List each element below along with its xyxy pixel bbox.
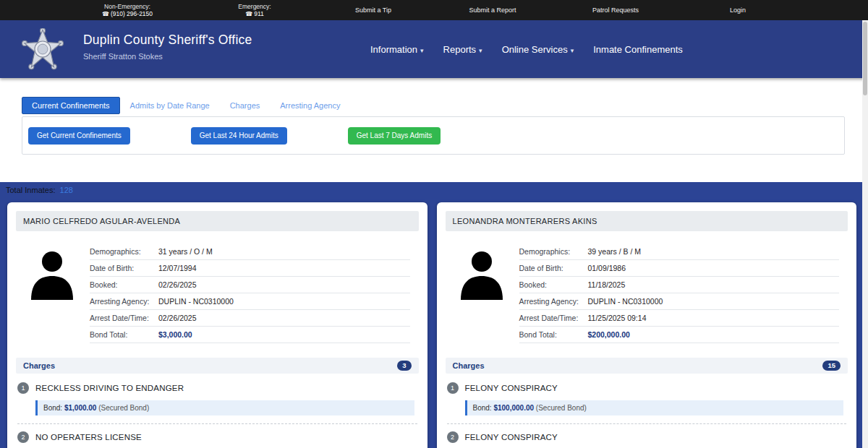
results-band: Total Inmates: 128 MARIO CELFREDO AGULAR…	[0, 182, 868, 448]
scrollbar-thumb[interactable]	[863, 22, 867, 95]
field-label: Booked:	[519, 280, 588, 289]
charge-number: 1	[17, 382, 29, 394]
tab-current-confinements[interactable]: Current Confinements	[22, 97, 120, 114]
charge-head: 1 RECKLESS DRIVING TO ENDANGER	[17, 382, 417, 394]
topbar-link-submit-tip[interactable]: Submit a Tip	[355, 7, 391, 14]
phone-icon: ☎	[102, 11, 109, 17]
info-row: Arresting Agency: DUPLIN - NC0310000	[519, 293, 840, 310]
get-last-7-days-admits-button[interactable]: Get Last 7 Days Admits	[348, 127, 441, 145]
charge-bond-box: Bond: $100,000.00 (Secured Bond)	[465, 400, 844, 415]
inmate-grid: MARIO CELFREDO AGULAR-AVELENDA Demograph…	[7, 202, 856, 448]
chevron-down-icon: ▾	[479, 47, 482, 54]
site-subtitle: Sheriff Stratton Stokes	[83, 52, 252, 61]
field-label: Arresting Agency:	[90, 297, 158, 306]
info-row: Booked: 11/18/2025	[519, 277, 840, 293]
nav-reports-label: Reports	[443, 44, 477, 55]
charge-item: 2 NO OPERATERS LICENSE	[17, 424, 417, 448]
field-label: Date of Birth:	[90, 264, 158, 272]
field-value: 11/18/2025	[588, 280, 626, 289]
field-label: Demographics:	[519, 247, 588, 256]
vertical-scrollbar	[862, 20, 868, 448]
info-row: Arrest Date/Time: 11/25/2025 09:14	[519, 310, 840, 327]
field-label: Arrest Date/Time:	[519, 314, 588, 322]
emergency-contact: Emergency: ☎911	[238, 3, 271, 18]
charge-item: 1 FELONY CONSPIRACY Bond: $100,000.00 (S…	[447, 375, 847, 424]
charge-head: 2 NO OPERATERS LICENSE	[17, 431, 417, 443]
main-nav: Information▾ Reports▾ Online Services▾ I…	[370, 20, 683, 78]
info-row: Demographics: 39 years / B / M	[519, 244, 840, 260]
nav-information-label: Information	[370, 44, 417, 55]
total-inmates-label: Total Inmates:	[6, 186, 55, 194]
field-value: 31 years / O / M	[158, 247, 213, 256]
charge-bond-box: Bond: $1,000.00 (Secured Bond)	[35, 400, 414, 415]
tab-arresting-agency[interactable]: Arresting Agency	[270, 97, 350, 114]
nav-inmate-confinements-label: Inmate Confinements	[593, 44, 683, 55]
charge-title: FELONY CONSPIRACY	[465, 433, 558, 441]
total-inmates: Total Inmates: 128	[6, 186, 73, 194]
charges-title: Charges	[23, 361, 55, 370]
nav-reports[interactable]: Reports▾	[443, 44, 482, 55]
site-title-block: Duplin County Sheriff's Office Sheriff S…	[83, 33, 252, 61]
get-last-24-hour-admits-button[interactable]: Get Last 24 Hour Admits	[191, 127, 287, 145]
charge-number: 2	[447, 431, 459, 443]
info-row: Date of Birth: 12/07/1994	[90, 260, 410, 277]
nav-inmate-confinements[interactable]: Inmate Confinements	[593, 44, 683, 55]
nav-online-services-label: Online Services	[502, 44, 568, 55]
field-value: $3,000.00	[158, 330, 192, 339]
field-value: 02/26/2025	[158, 314, 197, 322]
nav-information[interactable]: Information▾	[370, 44, 424, 55]
tab-bar: Current Confinements Admits by Date Rang…	[22, 97, 350, 114]
inmate-card: LEONANDRA MONTERARERS AKINS Demographics…	[437, 202, 857, 448]
non-emergency-phone-link[interactable]: ☎(910) 296-2150	[102, 10, 153, 18]
inmate-details: Demographics: 39 years / B / M Date of B…	[446, 231, 848, 343]
nav-online-services[interactable]: Online Services▾	[502, 44, 574, 55]
emergency-label: Emergency:	[238, 3, 271, 10]
page: Non-Emergency: ☎(910) 296-2150 Emergency…	[0, 0, 868, 448]
topbar-link-login[interactable]: Login	[730, 7, 746, 14]
charges-header: Charges 3	[16, 358, 419, 374]
charges-count-badge: 3	[397, 361, 411, 371]
charge-head: 2 FELONY CONSPIRACY	[447, 431, 847, 443]
topbar-link-submit-report[interactable]: Submit a Report	[469, 7, 516, 14]
field-label: Arrest Date/Time:	[90, 314, 158, 322]
tab-charges[interactable]: Charges	[220, 97, 271, 114]
topbar-link-patrol-requests[interactable]: Patrol Requests	[592, 7, 639, 14]
field-label: Demographics:	[90, 247, 158, 256]
emergency-phone-link[interactable]: ☎911	[238, 10, 271, 18]
bond-label: Bond:	[473, 404, 492, 412]
chevron-down-icon: ▾	[571, 47, 574, 54]
charge-title: FELONY CONSPIRACY	[465, 384, 558, 392]
get-current-confinements-button[interactable]: Get Current Confinements	[28, 127, 130, 145]
field-value: 39 years / B / M	[588, 247, 642, 256]
bond-amount: $100,000.00	[493, 404, 534, 412]
field-value: DUPLIN - NC0310000	[588, 297, 663, 306]
inmate-photo	[26, 244, 78, 300]
field-value: 12/07/1994	[158, 264, 197, 272]
action-panel: Get Current Confinements Get Last 24 Hou…	[22, 116, 845, 155]
bond-amount: $1,000.00	[64, 404, 97, 412]
inmate-name: LEONANDRA MONTERARERS AKINS	[446, 211, 848, 231]
charges-header: Charges 15	[446, 358, 848, 374]
bond-type: (Secured Bond)	[98, 404, 149, 412]
charges-count-badge: 15	[822, 361, 841, 371]
charge-number: 2	[17, 431, 29, 443]
charge-item: 2 FELONY CONSPIRACY	[447, 424, 847, 448]
inmate-card: MARIO CELFREDO AGULAR-AVELENDA Demograph…	[7, 202, 427, 448]
field-label: Bond Total:	[90, 330, 158, 339]
field-label: Bond Total:	[519, 330, 588, 339]
charge-title: NO OPERATERS LICENSE	[35, 433, 142, 441]
non-emergency-contact: Non-Emergency: ☎(910) 296-2150	[102, 3, 153, 18]
sheriff-badge-logo	[22, 28, 64, 70]
field-label: Date of Birth:	[519, 264, 588, 272]
inmate-photo	[456, 244, 508, 300]
tab-admits-by-date-range[interactable]: Admits by Date Range	[120, 97, 220, 114]
info-row: Booked: 02/26/2025	[90, 277, 410, 293]
inmate-info-table: Demographics: 39 years / B / M Date of B…	[519, 244, 840, 343]
info-row: Date of Birth: 01/09/1986	[519, 260, 840, 277]
field-value: 11/25/2025 09:14	[588, 314, 647, 322]
chevron-down-icon: ▾	[420, 47, 424, 54]
charge-head: 1 FELONY CONSPIRACY	[447, 382, 847, 394]
info-row: Arresting Agency: DUPLIN - NC0310000	[90, 293, 410, 310]
charge-number: 1	[447, 382, 459, 394]
total-inmates-count: 128	[60, 186, 73, 194]
